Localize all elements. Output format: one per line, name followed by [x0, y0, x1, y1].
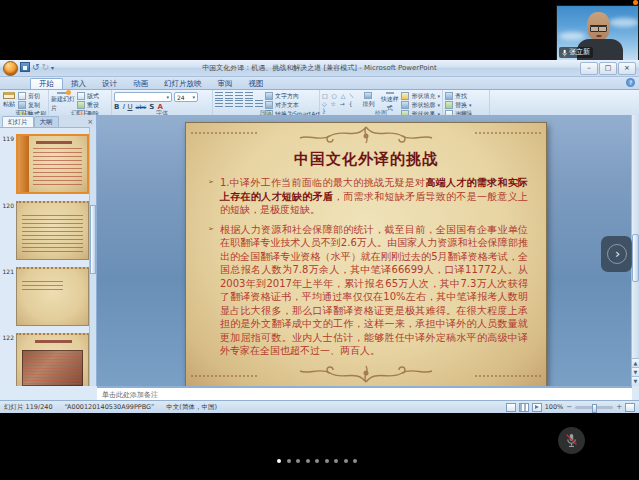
slide-thumbnail-122[interactable]: 122 — [1, 333, 89, 386]
replace-button[interactable]: 替换▾ — [445, 101, 487, 109]
quick-access-toolbar: ↺ ↻ ▾ — [20, 62, 54, 72]
reset-button[interactable]: 重设 — [77, 101, 99, 109]
shapes-gallery[interactable]: □ ○ △ ⟍ ◇ ☆ → { } — [322, 92, 357, 109]
indent-decrease-icon[interactable] — [235, 92, 243, 99]
shape-outline-button[interactable]: 形状轮廓▾ — [401, 101, 440, 109]
canvas-scrollbar[interactable]: ▲ ▼ ▼ — [631, 115, 639, 386]
tab-design[interactable]: 设计 — [94, 79, 125, 89]
microphone-icon — [562, 49, 567, 57]
ribbon-group-editing: 查找 替换▾ 选择▾ 编辑 — [443, 90, 490, 117]
save-button[interactable] — [20, 62, 30, 72]
slide-dots — [277, 459, 357, 463]
align-right-icon[interactable] — [235, 100, 243, 107]
bullets-icon[interactable] — [215, 92, 223, 99]
slide-dot[interactable] — [315, 459, 319, 463]
align-text-button[interactable]: 对齐文本 — [265, 101, 320, 109]
panel-scroll-thumb[interactable] — [90, 205, 96, 274]
help-button[interactable]: ? — [626, 78, 635, 87]
slide-dot[interactable] — [277, 459, 281, 463]
zoom-out-button[interactable]: − — [566, 404, 572, 411]
office-button[interactable] — [3, 61, 18, 76]
quick-styles-icon — [386, 92, 394, 94]
new-slide-icon — [57, 92, 70, 94]
align-left-icon[interactable] — [215, 100, 223, 107]
slideshow-view-button[interactable] — [532, 403, 542, 412]
shape-fill-button[interactable]: 形状填充▾ — [401, 92, 440, 100]
canvas-scroll-thumb[interactable] — [632, 234, 639, 282]
slide-body-textbox[interactable]: 1.中译外工作当前面临的最大的挑战无疑是对高端人才的需求和实际上存在的人才短缺的… — [186, 169, 546, 358]
tab-outline[interactable]: 大纲 — [34, 116, 59, 127]
restore-button[interactable]: □ — [599, 62, 617, 75]
new-slide-button[interactable]: 新建幻灯片 — [51, 92, 75, 109]
mute-microphone-button[interactable] — [558, 427, 585, 454]
language-indicator[interactable]: 中文(简体，中国) — [166, 403, 217, 412]
ribbon-group-clipboard: 粘贴 剪切 复制 格式刷 剪贴板 — [0, 90, 49, 117]
panel-scrollbar[interactable] — [89, 127, 96, 386]
slide-dot[interactable] — [353, 459, 357, 463]
replace-icon — [445, 101, 453, 109]
arrange-button[interactable]: 排列 — [359, 92, 378, 109]
undo-button[interactable]: ↺ — [32, 63, 40, 71]
tab-review[interactable]: 审阅 — [210, 79, 241, 89]
layout-button[interactable]: 版式 — [77, 92, 99, 100]
slide-thumbnail-119[interactable]: 119 — [1, 134, 89, 194]
ornament-edge — [475, 132, 541, 134]
text-direction-button[interactable]: 文字方向 — [265, 92, 320, 100]
title-bar[interactable]: ↺ ↻ ▾ 中国文化外译：机遇、挑战和解决之道 [兼容模式] - Microso… — [0, 60, 639, 77]
zoom-slider[interactable] — [575, 406, 613, 409]
tab-home[interactable]: 开始 — [30, 78, 63, 89]
line-spacing-icon[interactable] — [255, 100, 263, 107]
current-slide[interactable]: 中国文化外译的挑战 1.中译外工作当前面临的最大的挑战无疑是对高端人才的需求和实… — [185, 122, 547, 386]
ribbon-group-drawing: □ ○ △ ⟍ ◇ ☆ → { } 排列 快速样式 形状填充▾ 形状轮廓▾ — [320, 90, 443, 117]
tab-slides-thumbnails[interactable]: 幻灯片 — [2, 116, 34, 127]
font-size-combo[interactable]: 24▾ — [174, 92, 198, 102]
tab-slideshow[interactable]: 幻灯片放映 — [156, 79, 210, 89]
fit-to-window-button[interactable] — [625, 403, 635, 412]
webcam-video[interactable]: 张立新 — [556, 5, 639, 61]
panel-close-icon[interactable]: × — [84, 117, 96, 127]
slide-dot[interactable] — [344, 459, 348, 463]
justify-icon[interactable] — [245, 100, 253, 107]
tab-animations[interactable]: 动画 — [125, 79, 156, 89]
thumbnail-list: 119 120 121 122 — [0, 127, 90, 386]
normal-view-button[interactable] — [506, 403, 516, 412]
slide-dot[interactable] — [334, 459, 338, 463]
tab-insert[interactable]: 插入 — [63, 79, 94, 89]
slide-dot[interactable] — [296, 459, 300, 463]
slide-canvas[interactable]: 中国文化外译的挑战 1.中译外工作当前面临的最大的挑战无疑是对高端人才的需求和实… — [97, 115, 631, 386]
thumbnail-preview — [16, 333, 89, 386]
scroll-down-button[interactable]: ▼ — [632, 376, 639, 386]
slide-dot[interactable] — [325, 459, 329, 463]
zoom-level[interactable]: 100% — [545, 403, 564, 411]
slide-thumbnail-121[interactable]: 121 — [1, 267, 89, 326]
qat-dropdown-icon[interactable]: ▾ — [51, 64, 54, 71]
redo-button[interactable]: ↻ — [42, 63, 50, 71]
numbering-icon[interactable] — [225, 92, 233, 99]
cut-button[interactable]: 剪切 — [18, 92, 46, 100]
slide-title[interactable]: 中国文化外译的挑战 — [186, 150, 546, 169]
quick-styles-button[interactable]: 快速样式 — [380, 92, 399, 109]
slide-number: 122 — [1, 333, 16, 386]
slide-dot[interactable] — [306, 459, 310, 463]
close-button[interactable]: × — [618, 62, 636, 75]
zoom-slider-thumb[interactable] — [592, 404, 597, 413]
meeting-screen-share: 张立新 ↺ ↻ ▾ 中国文化外译：机遇、挑战和解决之道 [兼容模式] - Mic… — [0, 0, 639, 480]
expand-panel-button[interactable]: › — [601, 236, 632, 272]
chevron-right-icon: › — [607, 244, 627, 264]
slide-thumbnail-120[interactable]: 120 — [1, 201, 89, 260]
slide-dot[interactable] — [287, 459, 291, 463]
zoom-in-button[interactable]: + — [616, 404, 622, 411]
copy-icon — [18, 101, 26, 109]
slide-indicator: 幻灯片 119/240 — [4, 403, 53, 412]
notes-pane[interactable]: 单击此处添加备注 — [97, 386, 632, 401]
find-button[interactable]: 查找 — [445, 92, 487, 100]
minimize-button[interactable]: – — [580, 62, 598, 75]
indent-increase-icon[interactable] — [245, 92, 253, 99]
paste-button[interactable]: 粘贴 — [2, 92, 16, 109]
font-name-combo[interactable]: ▾ — [114, 92, 172, 102]
copy-button[interactable]: 复制 — [18, 101, 46, 109]
paste-label: 粘贴 — [3, 100, 15, 109]
slide-sorter-view-button[interactable] — [519, 403, 529, 412]
tab-view[interactable]: 视图 — [241, 79, 272, 89]
align-center-icon[interactable] — [225, 100, 233, 107]
